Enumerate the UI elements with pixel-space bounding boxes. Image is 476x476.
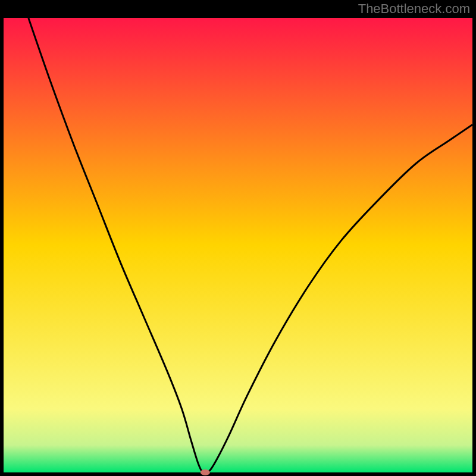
plot-background [4, 18, 472, 472]
bottleneck-chart [0, 0, 476, 476]
chart-container: TheBottleneck.com [0, 0, 476, 476]
watermark-text: TheBottleneck.com [358, 1, 470, 17]
optimal-point-marker [201, 469, 210, 475]
